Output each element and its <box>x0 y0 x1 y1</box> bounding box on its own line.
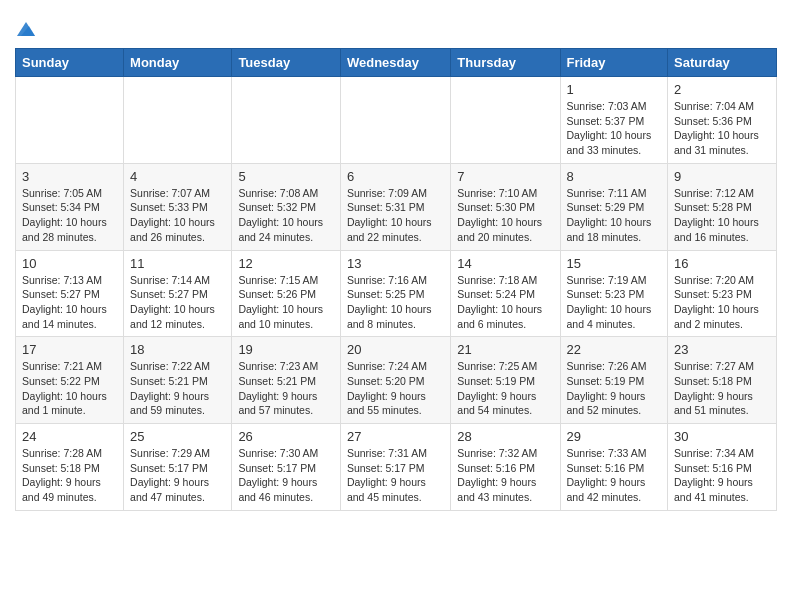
day-number: 22 <box>567 342 662 357</box>
calendar-cell: 9Sunrise: 7:12 AMSunset: 5:28 PMDaylight… <box>668 163 777 250</box>
day-number: 11 <box>130 256 225 271</box>
calendar-cell <box>16 77 124 164</box>
calendar-cell: 4Sunrise: 7:07 AMSunset: 5:33 PMDaylight… <box>124 163 232 250</box>
calendar-week-5: 24Sunrise: 7:28 AMSunset: 5:18 PMDayligh… <box>16 424 777 511</box>
day-number: 15 <box>567 256 662 271</box>
calendar-cell: 20Sunrise: 7:24 AMSunset: 5:20 PMDayligh… <box>340 337 450 424</box>
calendar-cell: 27Sunrise: 7:31 AMSunset: 5:17 PMDayligh… <box>340 424 450 511</box>
day-info: Sunrise: 7:24 AMSunset: 5:20 PMDaylight:… <box>347 359 444 418</box>
day-number: 28 <box>457 429 553 444</box>
calendar-cell: 23Sunrise: 7:27 AMSunset: 5:18 PMDayligh… <box>668 337 777 424</box>
calendar-cell: 24Sunrise: 7:28 AMSunset: 5:18 PMDayligh… <box>16 424 124 511</box>
day-number: 17 <box>22 342 117 357</box>
day-number: 4 <box>130 169 225 184</box>
calendar-header-row: SundayMondayTuesdayWednesdayThursdayFrid… <box>16 49 777 77</box>
day-info: Sunrise: 7:13 AMSunset: 5:27 PMDaylight:… <box>22 273 117 332</box>
day-number: 16 <box>674 256 770 271</box>
day-number: 27 <box>347 429 444 444</box>
day-info: Sunrise: 7:19 AMSunset: 5:23 PMDaylight:… <box>567 273 662 332</box>
weekday-header-wednesday: Wednesday <box>340 49 450 77</box>
day-number: 21 <box>457 342 553 357</box>
day-number: 25 <box>130 429 225 444</box>
day-number: 8 <box>567 169 662 184</box>
calendar-cell: 22Sunrise: 7:26 AMSunset: 5:19 PMDayligh… <box>560 337 668 424</box>
day-info: Sunrise: 7:20 AMSunset: 5:23 PMDaylight:… <box>674 273 770 332</box>
day-info: Sunrise: 7:31 AMSunset: 5:17 PMDaylight:… <box>347 446 444 505</box>
day-number: 26 <box>238 429 334 444</box>
day-info: Sunrise: 7:23 AMSunset: 5:21 PMDaylight:… <box>238 359 334 418</box>
day-number: 29 <box>567 429 662 444</box>
calendar-week-3: 10Sunrise: 7:13 AMSunset: 5:27 PMDayligh… <box>16 250 777 337</box>
calendar-week-4: 17Sunrise: 7:21 AMSunset: 5:22 PMDayligh… <box>16 337 777 424</box>
day-info: Sunrise: 7:34 AMSunset: 5:16 PMDaylight:… <box>674 446 770 505</box>
calendar-cell: 19Sunrise: 7:23 AMSunset: 5:21 PMDayligh… <box>232 337 341 424</box>
day-info: Sunrise: 7:32 AMSunset: 5:16 PMDaylight:… <box>457 446 553 505</box>
weekday-header-friday: Friday <box>560 49 668 77</box>
day-info: Sunrise: 7:18 AMSunset: 5:24 PMDaylight:… <box>457 273 553 332</box>
calendar-cell: 29Sunrise: 7:33 AMSunset: 5:16 PMDayligh… <box>560 424 668 511</box>
day-info: Sunrise: 7:21 AMSunset: 5:22 PMDaylight:… <box>22 359 117 418</box>
calendar-cell: 2Sunrise: 7:04 AMSunset: 5:36 PMDaylight… <box>668 77 777 164</box>
day-info: Sunrise: 7:29 AMSunset: 5:17 PMDaylight:… <box>130 446 225 505</box>
calendar-cell: 18Sunrise: 7:22 AMSunset: 5:21 PMDayligh… <box>124 337 232 424</box>
day-number: 14 <box>457 256 553 271</box>
calendar-cell: 17Sunrise: 7:21 AMSunset: 5:22 PMDayligh… <box>16 337 124 424</box>
day-info: Sunrise: 7:16 AMSunset: 5:25 PMDaylight:… <box>347 273 444 332</box>
calendar-cell: 5Sunrise: 7:08 AMSunset: 5:32 PMDaylight… <box>232 163 341 250</box>
day-number: 10 <box>22 256 117 271</box>
calendar-cell: 28Sunrise: 7:32 AMSunset: 5:16 PMDayligh… <box>451 424 560 511</box>
day-info: Sunrise: 7:07 AMSunset: 5:33 PMDaylight:… <box>130 186 225 245</box>
day-number: 7 <box>457 169 553 184</box>
day-info: Sunrise: 7:27 AMSunset: 5:18 PMDaylight:… <box>674 359 770 418</box>
calendar-cell <box>451 77 560 164</box>
calendar-cell: 21Sunrise: 7:25 AMSunset: 5:19 PMDayligh… <box>451 337 560 424</box>
day-number: 9 <box>674 169 770 184</box>
calendar-cell: 8Sunrise: 7:11 AMSunset: 5:29 PMDaylight… <box>560 163 668 250</box>
day-info: Sunrise: 7:14 AMSunset: 5:27 PMDaylight:… <box>130 273 225 332</box>
logo-icon <box>15 18 37 40</box>
day-number: 13 <box>347 256 444 271</box>
header <box>15 10 777 40</box>
calendar-cell: 16Sunrise: 7:20 AMSunset: 5:23 PMDayligh… <box>668 250 777 337</box>
day-info: Sunrise: 7:10 AMSunset: 5:30 PMDaylight:… <box>457 186 553 245</box>
weekday-header-thursday: Thursday <box>451 49 560 77</box>
calendar-cell: 26Sunrise: 7:30 AMSunset: 5:17 PMDayligh… <box>232 424 341 511</box>
weekday-header-saturday: Saturday <box>668 49 777 77</box>
day-number: 3 <box>22 169 117 184</box>
day-number: 6 <box>347 169 444 184</box>
weekday-header-tuesday: Tuesday <box>232 49 341 77</box>
calendar-week-2: 3Sunrise: 7:05 AMSunset: 5:34 PMDaylight… <box>16 163 777 250</box>
day-info: Sunrise: 7:11 AMSunset: 5:29 PMDaylight:… <box>567 186 662 245</box>
day-number: 24 <box>22 429 117 444</box>
day-info: Sunrise: 7:03 AMSunset: 5:37 PMDaylight:… <box>567 99 662 158</box>
calendar-cell <box>232 77 341 164</box>
day-number: 20 <box>347 342 444 357</box>
day-number: 18 <box>130 342 225 357</box>
day-info: Sunrise: 7:25 AMSunset: 5:19 PMDaylight:… <box>457 359 553 418</box>
day-info: Sunrise: 7:08 AMSunset: 5:32 PMDaylight:… <box>238 186 334 245</box>
day-number: 12 <box>238 256 334 271</box>
calendar-cell <box>340 77 450 164</box>
calendar-cell: 12Sunrise: 7:15 AMSunset: 5:26 PMDayligh… <box>232 250 341 337</box>
day-info: Sunrise: 7:33 AMSunset: 5:16 PMDaylight:… <box>567 446 662 505</box>
day-number: 2 <box>674 82 770 97</box>
calendar-cell: 14Sunrise: 7:18 AMSunset: 5:24 PMDayligh… <box>451 250 560 337</box>
day-info: Sunrise: 7:15 AMSunset: 5:26 PMDaylight:… <box>238 273 334 332</box>
weekday-header-monday: Monday <box>124 49 232 77</box>
day-number: 23 <box>674 342 770 357</box>
calendar-cell: 10Sunrise: 7:13 AMSunset: 5:27 PMDayligh… <box>16 250 124 337</box>
day-info: Sunrise: 7:04 AMSunset: 5:36 PMDaylight:… <box>674 99 770 158</box>
day-number: 19 <box>238 342 334 357</box>
calendar-cell: 7Sunrise: 7:10 AMSunset: 5:30 PMDaylight… <box>451 163 560 250</box>
calendar-cell <box>124 77 232 164</box>
day-info: Sunrise: 7:28 AMSunset: 5:18 PMDaylight:… <box>22 446 117 505</box>
day-number: 1 <box>567 82 662 97</box>
calendar-cell: 13Sunrise: 7:16 AMSunset: 5:25 PMDayligh… <box>340 250 450 337</box>
day-info: Sunrise: 7:30 AMSunset: 5:17 PMDaylight:… <box>238 446 334 505</box>
day-number: 5 <box>238 169 334 184</box>
calendar-cell: 25Sunrise: 7:29 AMSunset: 5:17 PMDayligh… <box>124 424 232 511</box>
calendar-cell: 15Sunrise: 7:19 AMSunset: 5:23 PMDayligh… <box>560 250 668 337</box>
day-info: Sunrise: 7:09 AMSunset: 5:31 PMDaylight:… <box>347 186 444 245</box>
calendar-cell: 30Sunrise: 7:34 AMSunset: 5:16 PMDayligh… <box>668 424 777 511</box>
day-info: Sunrise: 7:12 AMSunset: 5:28 PMDaylight:… <box>674 186 770 245</box>
